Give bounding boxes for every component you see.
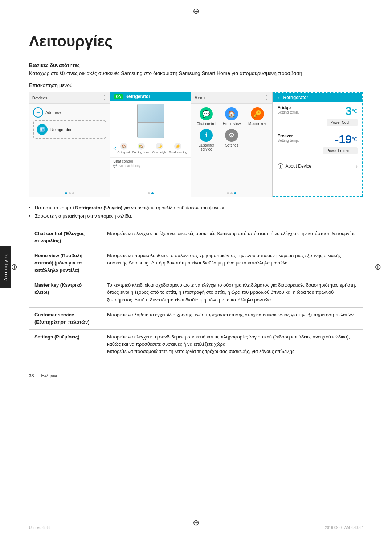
bullet-2: Σαρώστε για μετακίνηση στην επόμενη σελί…: [29, 213, 363, 220]
panel-menu-header: Menu ⋮: [191, 92, 272, 104]
panel-devices-header: Devices ⋮: [29, 92, 110, 104]
fridge-temp-value: 3℃: [345, 105, 358, 117]
good-morning-label: Good morning: [169, 151, 187, 154]
freezer-sublabel: Setting temp.: [278, 139, 299, 143]
panel1-pagination: [29, 190, 110, 197]
mode-going-out[interactable]: 🏠 Going out: [117, 143, 130, 154]
mode-coming-home[interactable]: 🏡 Coming home: [132, 143, 150, 154]
going-out-icon: 🏠: [120, 143, 127, 150]
power-cool-section: Power Cool —: [278, 119, 358, 129]
page-title: Λειτουργίες: [29, 33, 363, 54]
add-new-button[interactable]: + Add new: [33, 107, 106, 118]
table-def-3: Μπορείτε να λάβετε το εγχειρίδιο χρήσης,…: [102, 307, 363, 329]
home-view-icon: 🏠: [225, 107, 238, 120]
panel4-back-icon: ←: [277, 95, 282, 100]
chat-control-menu-label: Chat control: [196, 122, 216, 126]
page-number: 38: [29, 373, 34, 378]
menu-master-key[interactable]: 🔑 Master key: [246, 107, 269, 126]
top-compass-icon: ⊕: [193, 7, 199, 16]
menu-chat-control[interactable]: 💬 Chat control: [195, 107, 217, 126]
panel-refrigerator-settings: ← Refrigerator Fridge Setting temp. 3℃ P…: [273, 92, 363, 197]
panel3-pagination: [191, 190, 272, 197]
coming-home-label: Coming home: [132, 151, 150, 154]
good-night-icon: 🌙: [156, 143, 163, 150]
power-freeze-button[interactable]: Power Freeze —: [323, 147, 358, 154]
chat-control-label: Chat control: [113, 158, 188, 164]
p3-dot-3: [234, 192, 236, 194]
mode-good-morning[interactable]: ☀️ Good morning: [169, 143, 187, 154]
panel-devices: Devices ⋮ + Add new 🧊 Refrigerator: [29, 92, 110, 197]
customer-service-menu-label: Customer service: [195, 143, 217, 151]
side-tab: Λειτουργίες: [0, 246, 11, 288]
panel-devices-title: Devices: [32, 96, 48, 100]
table-row: Customer service (Εξυπηρέτηση πελατών)Μπ…: [29, 307, 363, 329]
panels-container: Devices ⋮ + Add new 🧊 Refrigerator ON Re…: [29, 92, 363, 197]
settings-icon: ⚙: [225, 129, 238, 142]
p2-dot-1: [148, 192, 150, 194]
table-term-2: Master key (Κεντρικό κλειδί): [29, 278, 102, 307]
table-row: Settings (Ρυθμίσεις)Μπορείτε να ελέγχετε…: [29, 330, 363, 359]
fridge-temp-row: Fridge Setting temp. 3℃: [278, 105, 358, 117]
table-def-0: Μπορείτε να ελέγχετε τις έξυπνες οικιακέ…: [102, 226, 363, 248]
table-def-2: Το κεντρικό κλειδί είναι σχεδιασμένο ώστ…: [102, 278, 363, 307]
doc-footer-right: 2016-09-05 AM 4:43:47: [325, 526, 363, 530]
about-device-label: About Device: [286, 164, 311, 169]
on-badge: ON: [114, 94, 123, 99]
dot-3: [72, 192, 74, 194]
menu-settings[interactable]: ⚙ Settings: [220, 129, 243, 151]
basics-text: Καταχωρίστε έξυπνες οικιακές συσκευές Sa…: [29, 70, 363, 77]
table-term-1: Home view (Προβολή σπιτιού) (μόνο για τα…: [29, 248, 102, 278]
home-view-menu-label: Home view: [223, 122, 241, 126]
fridge-sublabel: Setting temp.: [278, 110, 299, 114]
basics-label: Βασικές δυνατότητες: [29, 62, 363, 68]
doc-footer: Untitled-6 38 2016-09-05 AM 4:43:47: [29, 526, 363, 530]
table-row: Home view (Προβολή σπιτιού) (μόνο για τα…: [29, 248, 363, 278]
table-def-1: Μπορείτε να παρακολουθείτε το σαλόνι σας…: [102, 248, 363, 278]
power-cool-button[interactable]: Power Cool —: [327, 119, 358, 126]
divider: [278, 131, 358, 131]
dot-1: [65, 192, 67, 194]
chat-control-icon: 💬: [200, 107, 213, 120]
about-device-row[interactable]: i About Device ›: [278, 160, 358, 171]
table-term-3: Customer service (Εξυπηρέτηση πελατών): [29, 307, 102, 329]
menu-home-view[interactable]: 🏠 Home view: [220, 107, 243, 126]
panel-devices-dots: ⋮: [101, 94, 107, 101]
no-chat-history: 💬 No chat history.: [113, 164, 188, 168]
going-out-label: Going out: [117, 151, 130, 154]
doc-footer-left: Untitled-6 38: [29, 526, 50, 530]
freezer-temp-row: Freezer Setting temp. -19℃: [278, 134, 358, 145]
mode-buttons: 🏠 Going out 🏡 Coming home 🌙 Good night ☀…: [116, 140, 188, 156]
table-row: Master key (Κεντρικό κλειδί)Το κεντρικό …: [29, 278, 363, 307]
mode-good-night[interactable]: 🌙 Good night: [152, 143, 167, 154]
panel-refrigerator: ON Refrigerator < 🏠 Going out 🏡: [110, 92, 191, 197]
good-night-label: Good night: [152, 151, 167, 154]
p2-dot-2: [151, 192, 154, 194]
p3-dot-2: [230, 192, 233, 194]
panel-devices-body: + Add new 🧊 Refrigerator: [29, 104, 110, 142]
panel2-title: Refrigerator: [125, 94, 150, 99]
fridge-label: Fridge: [278, 105, 299, 110]
power-freeze-section: Power Freeze —: [278, 147, 358, 157]
menu-overview-label: Επισκόπηση μενού: [29, 82, 363, 88]
panel-menu: Menu ⋮ 💬 Chat control 🏠 Home view 🔑 Mast…: [191, 92, 272, 197]
left-compass-icon: ⊕: [11, 262, 17, 272]
device-box-refrigerator[interactable]: 🧊 Refrigerator: [33, 120, 106, 139]
prev-arrow-icon[interactable]: <: [113, 145, 116, 151]
device-name-label: Refrigerator: [50, 127, 72, 132]
good-morning-icon: ☀️: [174, 143, 181, 150]
page-footer: 38 Ελληνικά: [29, 370, 363, 378]
table-term-4: Settings (Ρυθμίσεις): [29, 330, 102, 359]
settings-menu-label: Settings: [225, 143, 238, 147]
plus-icon: +: [33, 107, 43, 118]
p3-dot-1: [227, 192, 229, 194]
panel4-body: Fridge Setting temp. 3℃ Power Cool — Fre…: [273, 102, 362, 173]
panel2-pagination: [110, 190, 191, 197]
info-icon: i: [278, 163, 283, 169]
bullets-section: Πατήστε το κουμπί Refrigerator (Ψυγείο) …: [29, 204, 363, 220]
table-row: Chat control (Έλεγχος συνομιλίας)Μπορείτ…: [29, 226, 363, 248]
table-def-4: Μπορείτε να ελέγχετε τη συνδεδεμένη συσκ…: [102, 330, 363, 359]
freezer-temp-value: -19℃: [335, 134, 358, 145]
panel4-title: Refrigerator: [283, 95, 309, 100]
menu-customer-service[interactable]: ℹ Customer service: [195, 129, 217, 151]
table-term-0: Chat control (Έλεγχος συνομιλίας): [29, 226, 102, 248]
